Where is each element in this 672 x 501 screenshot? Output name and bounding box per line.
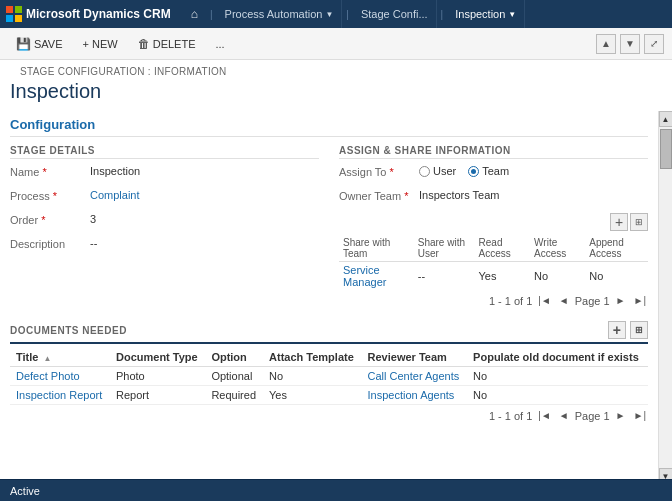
col-populate: Populate old document if exists bbox=[467, 348, 648, 367]
docs-header: DOCUMENTS NEEDED + ⊞ bbox=[10, 321, 648, 344]
share-prev-page[interactable]: ◄ bbox=[557, 294, 571, 307]
docs-first-page[interactable]: |◄ bbox=[536, 409, 553, 422]
share-table-actions: + ⊞ bbox=[339, 213, 648, 231]
main-content: Configuration STAGE DETAILS Name * Inspe… bbox=[0, 111, 658, 484]
page-title: Inspection bbox=[0, 78, 672, 111]
title-sort-icon: ▲ bbox=[43, 354, 51, 363]
svg-rect-2 bbox=[6, 15, 13, 22]
radio-user[interactable]: User bbox=[419, 165, 456, 177]
nav-separator-2: | bbox=[346, 9, 349, 20]
field-name-value: Inspection bbox=[90, 165, 140, 177]
nav-inspection[interactable]: Inspection ▼ bbox=[447, 0, 525, 28]
save-icon: 💾 bbox=[16, 37, 31, 51]
field-order-label: Order * bbox=[10, 213, 90, 226]
col-share-team: Share with Team bbox=[339, 235, 414, 262]
add-share-button[interactable]: + bbox=[610, 213, 628, 231]
read-value: Yes bbox=[475, 262, 531, 291]
move-down-button[interactable]: ▼ bbox=[620, 34, 640, 54]
doc-reviewer-2[interactable]: Inspection Agents bbox=[362, 386, 468, 405]
share-user-value: -- bbox=[414, 262, 475, 291]
more-button[interactable]: ... bbox=[207, 35, 232, 53]
docs-table: Title ▲ Document Type Option Attach Temp… bbox=[10, 348, 648, 405]
col-reviewer: Reviewer Team bbox=[362, 348, 468, 367]
move-up-button[interactable]: ▲ bbox=[596, 34, 616, 54]
field-description-label: Description bbox=[10, 237, 90, 250]
nav-process-label: Process Automation bbox=[225, 8, 323, 20]
breadcrumb-container: STAGE CONFIGURATION : INFORMATION bbox=[0, 60, 672, 78]
delete-icon: 🗑 bbox=[138, 37, 150, 51]
radio-user-circle bbox=[419, 166, 430, 177]
owner-required: * bbox=[404, 190, 408, 202]
col-share-user: Share with User bbox=[414, 235, 475, 262]
doc-populate-2: No bbox=[467, 386, 648, 405]
home-nav-item[interactable]: ⌂ bbox=[183, 0, 206, 28]
share-pagination: 1 - 1 of 1 |◄ ◄ Page 1 ► ►| bbox=[339, 290, 648, 311]
col-read-access: Read Access bbox=[475, 235, 531, 262]
col-title: Title ▲ bbox=[10, 348, 110, 367]
owner-team-value: Inspectors Team bbox=[419, 189, 500, 201]
add-doc-button[interactable]: + bbox=[608, 321, 626, 339]
share-table: Share with Team Share with User Read Acc… bbox=[339, 235, 648, 290]
doc-type-1: Photo bbox=[110, 367, 205, 386]
doc-title-1[interactable]: Defect Photo bbox=[10, 367, 110, 386]
docs-next-page[interactable]: ► bbox=[614, 409, 628, 422]
more-label: ... bbox=[215, 38, 224, 50]
nav-separator-1: | bbox=[210, 9, 213, 20]
scroll-thumb[interactable] bbox=[660, 129, 672, 169]
col-option: Option bbox=[205, 348, 263, 367]
save-label: SAVE bbox=[34, 38, 63, 50]
stage-details-header: STAGE DETAILS bbox=[10, 145, 319, 159]
doc-row-1: Defect Photo Photo Optional No Call Cent… bbox=[10, 367, 648, 386]
svg-rect-3 bbox=[15, 15, 22, 22]
col-attach: Attach Template bbox=[263, 348, 362, 367]
toolbar: 💾 SAVE + NEW 🗑 DELETE ... ▲ ▼ ⤢ bbox=[0, 28, 672, 60]
owner-team-label: Owner Team * bbox=[339, 189, 419, 202]
share-team-value[interactable]: Service Manager bbox=[339, 262, 414, 291]
delete-label: DELETE bbox=[153, 38, 196, 50]
radio-team[interactable]: Team bbox=[468, 165, 509, 177]
field-description-value: -- bbox=[90, 237, 97, 249]
nav-process-chevron: ▼ bbox=[325, 10, 333, 19]
scrollbar[interactable]: ▲ ▼ bbox=[658, 111, 672, 484]
expand-button[interactable]: ⤢ bbox=[644, 34, 664, 54]
field-name-label: Name * bbox=[10, 165, 90, 178]
order-required: * bbox=[41, 214, 45, 226]
new-label: + NEW bbox=[83, 38, 118, 50]
field-order: Order * 3 bbox=[10, 213, 319, 233]
field-description: Description -- bbox=[10, 237, 319, 257]
new-button[interactable]: + NEW bbox=[75, 35, 126, 53]
share-first-page[interactable]: |◄ bbox=[536, 294, 553, 307]
nav-process-automation[interactable]: Process Automation ▼ bbox=[217, 0, 343, 28]
status-label: Active bbox=[10, 485, 40, 497]
brand-label: Microsoft Dynamics CRM bbox=[26, 7, 171, 21]
delete-button[interactable]: 🗑 DELETE bbox=[130, 34, 204, 54]
docs-last-page[interactable]: ►| bbox=[632, 409, 649, 422]
scroll-up-button[interactable]: ▲ bbox=[659, 111, 673, 127]
nav-stage-config[interactable]: Stage Confi... bbox=[353, 0, 437, 28]
field-process-value[interactable]: Complaint bbox=[90, 189, 140, 201]
documents-section: DOCUMENTS NEEDED + ⊞ Title ▲ Document Ty… bbox=[10, 321, 648, 426]
doc-populate-1: No bbox=[467, 367, 648, 386]
doc-row-2: Inspection Report Report Required Yes In… bbox=[10, 386, 648, 405]
docs-prev-page[interactable]: ◄ bbox=[557, 409, 571, 422]
doc-reviewer-1[interactable]: Call Center Agents bbox=[362, 367, 468, 386]
home-icon: ⌂ bbox=[191, 7, 198, 21]
process-required: * bbox=[53, 190, 57, 202]
share-grid-view-button[interactable]: ⊞ bbox=[630, 213, 648, 231]
share-last-page[interactable]: ►| bbox=[632, 294, 649, 307]
doc-option-2: Required bbox=[205, 386, 263, 405]
save-button[interactable]: 💾 SAVE bbox=[8, 34, 71, 54]
breadcrumb: STAGE CONFIGURATION : INFORMATION bbox=[10, 62, 237, 77]
col-doc-type: Document Type bbox=[110, 348, 205, 367]
radio-user-label: User bbox=[433, 165, 456, 177]
radio-team-label: Team bbox=[482, 165, 509, 177]
doc-title-2[interactable]: Inspection Report bbox=[10, 386, 110, 405]
docs-grid-view-button[interactable]: ⊞ bbox=[630, 321, 648, 339]
ms-logo-icon bbox=[6, 6, 22, 22]
content-area: Configuration STAGE DETAILS Name * Inspe… bbox=[0, 111, 672, 484]
field-name: Name * Inspection bbox=[10, 165, 319, 185]
share-next-page[interactable]: ► bbox=[614, 294, 628, 307]
toolbar-right: ▲ ▼ ⤢ bbox=[596, 34, 664, 54]
docs-header-label: DOCUMENTS NEEDED bbox=[10, 325, 127, 336]
two-col-layout: STAGE DETAILS Name * Inspection Process … bbox=[10, 145, 648, 311]
